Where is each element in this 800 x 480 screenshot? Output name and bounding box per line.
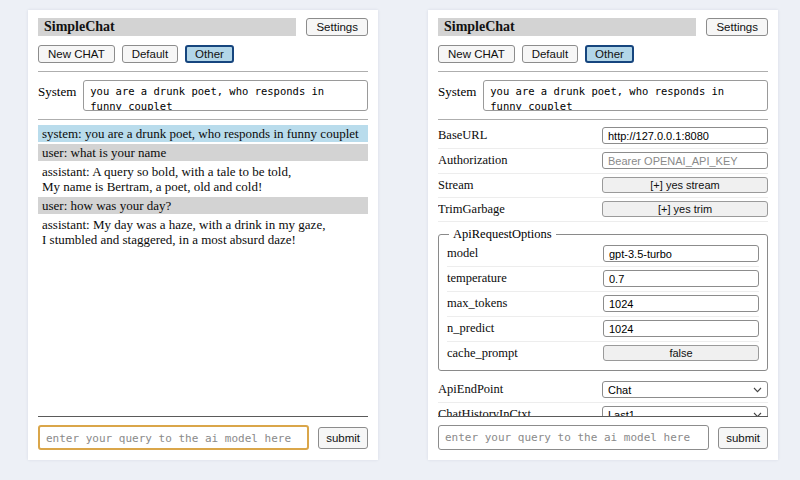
api-request-options-legend: ApiRequestOptions: [449, 227, 556, 242]
new-chat-button[interactable]: New CHAT: [38, 45, 115, 63]
settings-row-chathistoryinctxt: ChatHistoryInCtxt Last1: [438, 403, 768, 416]
settings-row-temperature: temperature: [447, 267, 759, 292]
temperature-label: temperature: [447, 271, 603, 286]
chevron-down-icon: [753, 387, 762, 393]
settings-row-trimgarbage: TrimGarbage [+] yes trim: [438, 198, 768, 222]
chat-panel: SimpleChat Settings New CHAT Default Oth…: [28, 10, 378, 460]
trimgarbage-toggle-button[interactable]: [+] yes trim: [602, 201, 768, 217]
header: SimpleChat Settings: [438, 18, 768, 36]
model-input[interactable]: [603, 245, 759, 262]
max-tokens-input[interactable]: [603, 295, 759, 312]
session-row: New CHAT Default Other: [438, 45, 768, 63]
query-row: submit: [438, 425, 768, 450]
divider: [438, 416, 768, 417]
divider: [38, 416, 368, 417]
chat-message-list: system: you are a drunk poet, who respon…: [38, 125, 368, 416]
apiendpoint-label: ApiEndPoint: [438, 382, 602, 397]
submit-button[interactable]: submit: [718, 427, 768, 449]
chathistoryinctxt-label: ChatHistoryInCtxt: [438, 407, 602, 416]
settings-row-model: model: [447, 242, 759, 267]
settings-row-stream: Stream [+] yes stream: [438, 174, 768, 198]
cache-prompt-toggle-button[interactable]: false: [603, 345, 759, 361]
new-chat-button[interactable]: New CHAT: [438, 45, 515, 63]
settings-row-n-predict: n_predict: [447, 317, 759, 342]
system-label: System: [38, 80, 76, 100]
authorization-label: Authorization: [438, 153, 602, 168]
temperature-input[interactable]: [603, 270, 759, 287]
trimgarbage-label: TrimGarbage: [438, 202, 602, 217]
divider: [38, 119, 368, 120]
authorization-input[interactable]: [602, 152, 768, 169]
api-request-options-fieldset: ApiRequestOptions model temperature max_…: [438, 227, 768, 371]
n-predict-label: n_predict: [447, 321, 603, 336]
session-row: New CHAT Default Other: [38, 45, 368, 63]
chat-message-user: user: what is your name: [38, 144, 368, 161]
settings-row-max-tokens: max_tokens: [447, 292, 759, 317]
session-button-default[interactable]: Default: [522, 45, 578, 63]
divider: [438, 71, 768, 72]
divider: [38, 71, 368, 72]
settings-row-baseurl: BaseURL: [438, 124, 768, 149]
system-prompt-input[interactable]: you are a drunk poet, who responds in fu…: [483, 80, 768, 111]
chat-message-user: user: how was your day?: [38, 197, 368, 214]
settings-button[interactable]: Settings: [706, 18, 768, 36]
apiendpoint-selected-value: Chat: [608, 384, 631, 396]
session-button-other[interactable]: Other: [585, 45, 634, 63]
chat-message-assistant: assistant: My day was a haze, with a dri…: [38, 216, 368, 248]
n-predict-input[interactable]: [603, 320, 759, 337]
settings-button[interactable]: Settings: [306, 18, 368, 36]
stream-toggle-button[interactable]: [+] yes stream: [602, 177, 768, 193]
chat-message-assistant: assistant: A query so bold, with a tale …: [38, 163, 368, 195]
header: SimpleChat Settings: [38, 18, 368, 36]
baseurl-input[interactable]: [602, 127, 768, 144]
settings-row-authorization: Authorization: [438, 149, 768, 174]
chathistoryinctxt-selected-value: Last1: [608, 409, 635, 417]
app-title: SimpleChat: [38, 18, 296, 36]
max-tokens-label: max_tokens: [447, 296, 603, 311]
submit-button[interactable]: submit: [318, 427, 368, 449]
apiendpoint-select[interactable]: Chat: [602, 381, 768, 398]
system-label: System: [438, 80, 476, 100]
system-prompt-row: System you are a drunk poet, who respond…: [438, 80, 768, 111]
settings-row-apiendpoint: ApiEndPoint Chat: [438, 378, 768, 403]
chat-message-system: system: you are a drunk poet, who respon…: [38, 125, 368, 142]
session-button-other[interactable]: Other: [185, 45, 234, 63]
app-title: SimpleChat: [438, 18, 696, 36]
system-prompt-input[interactable]: you are a drunk poet, who responds in fu…: [83, 80, 368, 111]
settings-panel: SimpleChat Settings New CHAT Default Oth…: [428, 10, 778, 460]
model-label: model: [447, 246, 603, 261]
cache-prompt-label: cache_prompt: [447, 346, 603, 361]
baseurl-label: BaseURL: [438, 128, 602, 143]
divider: [438, 119, 768, 120]
settings-row-cache-prompt: cache_prompt false: [447, 342, 759, 365]
session-button-default[interactable]: Default: [122, 45, 178, 63]
stream-label: Stream: [438, 178, 602, 193]
query-input[interactable]: [438, 425, 709, 450]
query-input[interactable]: [38, 425, 309, 450]
settings-list: BaseURL Authorization Stream [+] yes str…: [438, 124, 768, 416]
query-row: submit: [38, 425, 368, 450]
system-prompt-row: System you are a drunk poet, who respond…: [38, 80, 368, 111]
chathistoryinctxt-select[interactable]: Last1: [602, 406, 768, 416]
